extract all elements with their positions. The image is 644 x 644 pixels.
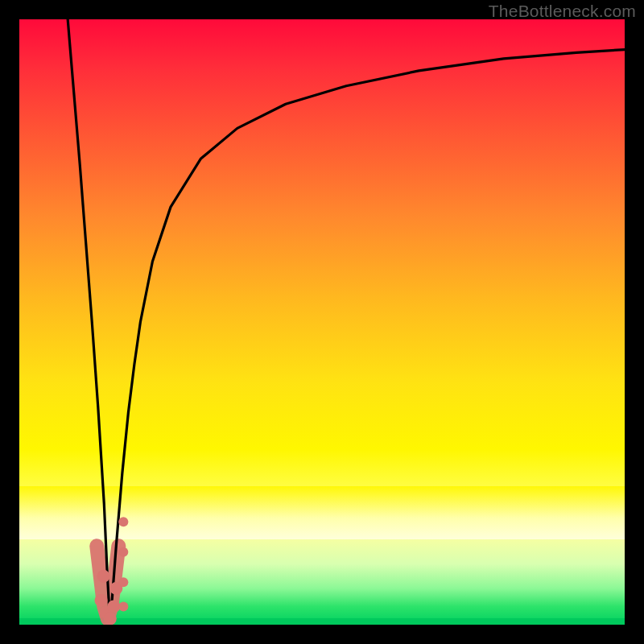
chart-svg [19,19,625,625]
marker-4 [107,600,120,613]
marker-9 [118,517,128,526]
curve-left-branch [68,19,110,625]
marker-6 [118,601,128,611]
marker-3 [104,612,117,625]
marker-0 [95,594,108,607]
marker-8 [118,547,128,557]
marker-7 [118,577,128,587]
watermark-text: TheBottleneck.com [489,2,636,21]
plot-area [19,19,625,625]
chart-frame: TheBottleneck.com [0,0,644,644]
curve-right-branch [110,50,625,625]
marker-1 [97,570,110,583]
